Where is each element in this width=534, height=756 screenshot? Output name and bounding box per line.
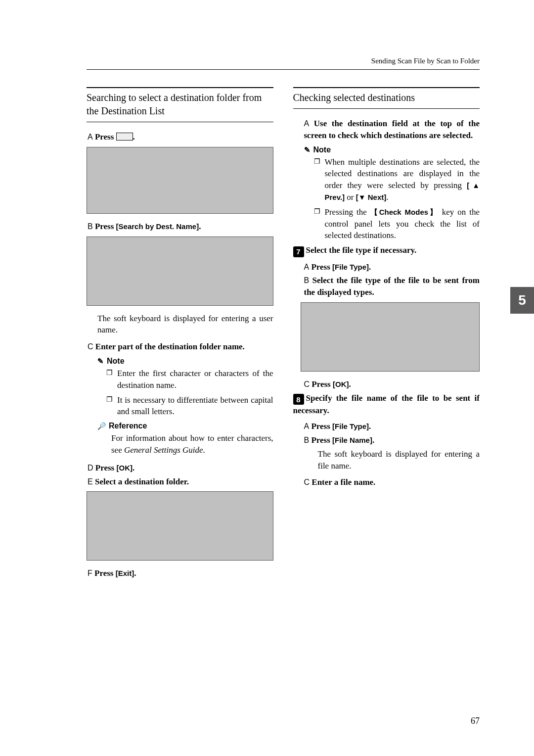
right-step-a-text: Use the destination field at the top of … [304,119,480,140]
note-right-2: Pressing the 【Check Modes】 key on the co… [314,206,480,241]
step-7b: B Select the file type of the file to be… [304,275,480,298]
step-7c-letter: C [304,380,310,388]
step-f-press: Press [94,568,116,578]
step-c: C Enter part of the destination folder n… [88,341,273,353]
step-f-letter: F [88,569,92,577]
right-step-a-letter: A [304,119,310,128]
left-section-title: Searching to select a destination folder… [87,87,273,122]
header-rule [87,69,480,70]
step-d-press: Press [95,463,117,472]
step-8b: B Press [File Name]. [304,434,480,446]
reference-link: General Settings Guide [124,445,203,455]
search-by-dest-name-button: [Search by Dest. Name] [116,222,199,231]
note-right-1: When multiple destinations are selected,… [314,156,480,203]
right-column: Checking selected destinations A Use the… [293,87,480,581]
check-modes-key: 【Check Modes】 [370,208,439,216]
step-a: A Press . [88,131,273,143]
two-column-content: Searching to select a destination folder… [87,87,480,581]
right-step-a: A Use the destination field at the top o… [304,118,480,142]
screenshot-file-type [301,302,480,372]
soft-keyboard-note: The soft keyboard is displayed for enter… [97,313,273,336]
note-item-1: Enter the first character or characters … [106,368,273,391]
step-b: B Press [Search by Dest. Name]. [88,221,273,233]
step-7-number: 7 [293,246,304,257]
step-7b-letter: B [304,276,310,284]
step-e: E Select a destination folder. [88,476,273,488]
step-8: 8Specify the file name of the file to be… [293,392,480,417]
section-tab: 5 [510,287,534,314]
step-d: D Press [OK]. [88,462,273,474]
note-item-2: It is necessary to differentiate between… [106,394,273,418]
step-8b-letter: B [304,436,310,444]
screenshot-search-dest [87,236,273,306]
page-number: 67 [471,716,480,726]
left-column: Searching to select a destination folder… [87,87,273,581]
step-f: F Press [Exit]. [88,567,273,579]
note-heading-right: Note [304,145,480,154]
step-e-text: Select a destination folder. [95,477,189,486]
step-8-body: The soft keyboard is displayed for enter… [318,448,480,472]
note-list-right: When multiple destinations are selected,… [314,156,480,242]
step-a-press: Press [95,132,116,142]
step-8c-letter: C [304,478,310,486]
step-c-text: Enter part of the destination folder nam… [95,342,245,351]
step-8-number: 8 [293,394,304,405]
step-c-letter: C [88,342,93,351]
note-heading-left: Note [97,357,273,366]
step-7: 7Select the file type if necessary. [293,244,480,257]
screenshot-destination-list [87,147,273,214]
right-section-title: Checking selected destinations [293,87,480,109]
step-8c-text: Enter a file name. [312,477,375,487]
step-7b-text: Select the file type of the file to be s… [304,276,480,297]
step-8c: C Enter a file name. [304,476,480,488]
file-type-button-2: [File Type] [332,422,369,430]
page: Sending Scan File by Scan to Folder Sear… [0,0,534,611]
step-a-letter: A [88,133,93,141]
note-list-left: Enter the first character or characters … [106,368,273,418]
next-key: [▼ Next] [356,193,387,201]
step-8-text: Specify the file name of the file to be … [293,393,480,416]
ok-button-right: [OK] [333,380,349,388]
screenshot-dest-result [87,491,273,561]
reference-body: For information about how to enter chara… [111,432,273,456]
step-7a-letter: A [304,263,310,271]
step-b-letter: B [88,222,93,231]
file-type-button-1: [File Type] [332,263,369,271]
ok-button-left: [OK] [116,464,133,472]
step-7c: C Press [OK]. [304,378,480,390]
file-name-button: [File Name] [332,436,372,444]
step-e-letter: E [88,477,93,486]
step-7a: A Press [File Type]. [304,261,480,273]
step-d-letter: D [88,464,93,472]
step-7-text: Select the file type if necessary. [306,245,417,255]
step-8a-letter: A [304,422,310,430]
reference-heading: Reference [97,422,273,430]
step-b-press: Press [95,222,116,231]
exit-button: [Exit] [116,569,134,577]
search-icon [116,133,133,141]
header-text: Sending Scan File by Scan to Folder [87,57,480,65]
step-8a: A Press [File Type]. [304,421,480,432]
